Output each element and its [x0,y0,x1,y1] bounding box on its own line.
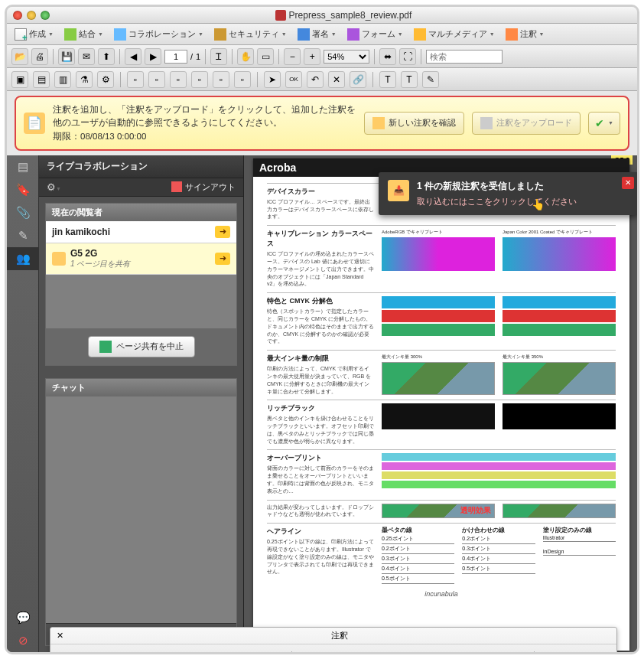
goto-icon[interactable]: ➜ [215,226,230,238]
confirm-annot-button[interactable]: 新しい注釈を確認 [364,112,464,135]
tool2-11[interactable]: ▫ [234,71,251,88]
minimize-window-button[interactable] [27,11,36,20]
tool2-1[interactable]: ▣ [11,71,28,88]
tool2-link[interactable]: 🔗 [350,71,366,88]
new-annot-toast[interactable]: 📥 1 件の新規注釈を受信しました 取り込むにはここをクリックしてください ✕ … [379,172,637,215]
fit-width-button[interactable]: ⬌ [379,48,396,65]
zoom-select[interactable]: 54% [324,50,369,64]
toast-title: 1 件の新規注釈を受信しました [417,180,629,193]
share-icon [99,341,112,353]
zoom-window-button[interactable] [41,11,50,20]
tool2-6[interactable]: ▫ [127,71,144,88]
circle-button[interactable] [474,649,497,652]
zoom-in-button[interactable]: + [304,48,320,65]
hand-tool-button[interactable]: ✋ [237,48,254,65]
image-placeholder [503,362,616,395]
cloud-button[interactable]: ☁ [358,649,381,652]
toast-icon: 📥 [388,180,409,201]
tool2-8[interactable]: ▫ [170,71,187,88]
pdf-icon [275,10,286,21]
lock-icon [214,28,226,41]
menu-create[interactable]: 作成▼ [11,27,57,42]
tool2-5[interactable]: ⚙ [97,71,114,88]
save-button[interactable]: 💾 [58,48,75,65]
stop-share-button[interactable]: ページ共有を中止 [88,336,195,357]
nav-error-button[interactable]: ⊘ [7,629,39,652]
zoom-out-button[interactable]: − [284,48,301,65]
gear-icon[interactable]: ⚙▼ [47,181,61,193]
tool2-9[interactable]: ▫ [191,71,208,88]
menu-annot[interactable]: 注釈▼ [503,27,548,42]
tool2-10[interactable]: ▫ [213,71,229,88]
menu-sign[interactable]: 署名▼ [294,27,340,42]
viewers-section: 現在の閲覧者 jin kamikochi ➜ G5 2G 1 ページ目を共有 ➜ [45,203,237,366]
collab-sidepanel: ライブコラボレーション ⚙▼ サインアウト 現在の閲覧者 jin kamikoc… [39,155,244,652]
tool2-t3[interactable]: ✎ [422,71,439,88]
tool2-3[interactable]: ▥ [54,71,71,88]
tool2-ok[interactable]: OK [285,71,302,88]
tool2-del[interactable]: ✕ [328,71,345,88]
menu-media[interactable]: マルチメディア▼ [411,27,498,42]
upload-annot-button[interactable]: 注釈をアップロード [472,112,581,135]
check-icon: ✔ [595,117,604,129]
menu-collab[interactable]: コラボレーション▼ [111,27,207,42]
prev-page-button[interactable]: ◀ [125,48,141,65]
tool2-4[interactable]: ⚗ [76,71,93,88]
email-button[interactable]: ✉ [78,48,95,65]
marquee-tool-button[interactable]: ▭ [257,48,274,65]
chat-heading: チャット [46,379,236,396]
line-button[interactable]: ／ [416,649,439,652]
menu-security[interactable]: セキュリティ▼ [211,27,290,42]
stamp-button[interactable]: 🔖▼ [223,649,255,652]
tool2-arrow[interactable]: ➤ [264,71,281,88]
close-window-button[interactable] [13,11,22,20]
text-annot-button[interactable]: Tテキスト注釈▼ [132,649,217,652]
viewer-row-2[interactable]: G5 2G 1 ページ目を共有 ➜ [46,243,236,275]
annot-bar-close-button[interactable]: ✕ [57,631,63,641]
notice-icon: 📄 [24,113,45,134]
viewer-row-1[interactable]: jin kamikochi ➜ [46,221,236,243]
highlight-button[interactable]: ✎ [261,649,284,652]
notice-check-button[interactable]: ✔▼ [588,112,620,135]
next-page-button[interactable]: ▶ [145,48,161,65]
search-input[interactable] [426,50,503,64]
form-icon [347,28,359,41]
show-button[interactable]: 💬表示▼ [542,649,594,652]
rect-button[interactable] [445,649,468,652]
window-title: Prepress_sample8_review.pdf [289,10,412,21]
page-input[interactable] [164,50,187,64]
nav-sign-button[interactable]: ✎ [7,224,39,247]
print-button[interactable]: 🖨 [31,48,48,65]
collab-icon [114,28,126,41]
menu-combine[interactable]: 結合▼ [61,27,106,42]
menu-forms[interactable]: フォーム▼ [344,27,406,42]
nav-attach-button[interactable]: 📎 [7,201,39,224]
goto-icon[interactable]: ➜ [215,253,230,265]
pencil-button[interactable]: ✏ [503,649,526,652]
nav-bookmarks-button[interactable]: 🔖 [7,178,39,201]
tool2-7[interactable]: ▫ [148,71,165,88]
upload-button[interactable]: ⬆ [98,48,115,65]
tool2-t2[interactable]: T [401,71,418,88]
select-tool-button[interactable]: Ꮖ [210,48,227,65]
fit-page-button[interactable]: ⛶ [399,48,416,65]
arrow-button[interactable]: ↗ [387,649,410,652]
nav-collab-button[interactable]: 👥 [7,247,39,270]
nav-pages-button[interactable]: ▤ [7,155,39,178]
tool2-undo[interactable]: ↶ [307,71,324,88]
chat-log [46,396,236,623]
viewers-heading: 現在の閲覧者 [46,204,236,221]
tool2-2[interactable]: ▤ [33,71,50,88]
document-area[interactable]: G5 2 Acroba デバイスカラーICC プロファイル… スペースです。最終… [244,155,637,652]
open-button[interactable]: 📂 [11,48,28,65]
create-icon [15,28,27,41]
signout-button[interactable]: サインアウト [171,181,236,193]
callout-button[interactable]: ≡ [329,649,352,652]
titlebar: Prepress_sample8_review.pdf [7,7,637,24]
nav-strip: ▤ 🔖 📎 ✎ 👥 💬 ⊘ [7,155,39,652]
note-annot-button[interactable]: 💬ノート注釈 [58,649,126,652]
textbox-button[interactable]: ▭ [300,649,323,652]
tool2-t1[interactable]: T [379,71,396,88]
nav-comment-button[interactable]: 💬 [7,606,39,629]
toast-close-button[interactable]: ✕ [622,177,634,189]
